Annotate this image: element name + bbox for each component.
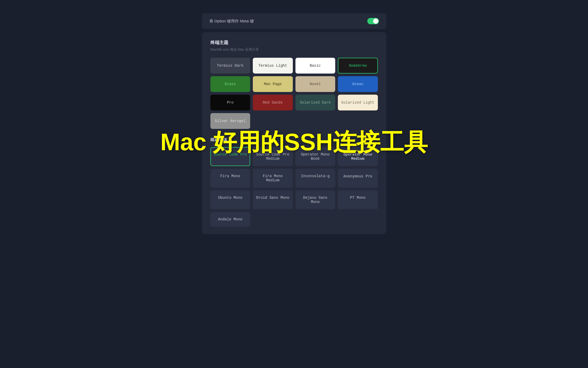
theme-section: 终端主题 MacWk.com 精品 Mac 应用分享 Termius DarkT… [210,40,378,129]
font-btn-operator-mono-book[interactable]: Operator Mono Book [295,147,335,166]
font-btn-droid-sans-mono[interactable]: Droid Sans Mono [253,190,293,209]
theme-btn-silver-aerogel[interactable]: Silver Aerogel [210,113,250,129]
font-btn-ubuntu-mono[interactable]: Ubuntu Mono [210,190,250,209]
font-section-title: 终端字体 [210,135,378,143]
font-btn-source-code-pro[interactable]: Source Code Pro [210,147,250,166]
theme-section-title: 终端主题 [210,40,378,46]
settings-panel: 终端主题 MacWk.com 精品 Mac 应用分享 Termius DarkT… [202,32,386,234]
theme-btn-ocean[interactable]: Ocean [338,76,378,92]
theme-btn-grass[interactable]: Grass [210,76,250,92]
font-btn-dejavu-sans-mono[interactable]: Dejavu Sans Mono [295,190,335,209]
font-btn-source-code-pro-medium[interactable]: Source Code ProMedium [253,147,293,166]
top-bar: 将 Option 键用作 Meta 键 [202,13,386,29]
font-section: 终端字体 Source Code ProSource Code ProMediu… [210,135,378,227]
option-meta-label: 将 Option 键用作 Meta 键 [209,19,254,24]
theme-btn-basic[interactable]: Basic [295,58,335,74]
font-grid: Source Code ProSource Code ProMediumOper… [210,147,378,227]
theme-btn-solarized-dark[interactable]: Solarized Dark [295,95,335,110]
font-btn-inconsolata-g[interactable]: Inconsolata-g [295,169,335,188]
font-btn-fira-mono-medium[interactable]: Fira Mono Medium [253,169,293,188]
theme-btn-solarized-light[interactable]: Solarized Light [338,95,378,110]
font-btn-fira-mono[interactable]: Fira Mono [210,169,250,188]
theme-btn-termius-dark[interactable]: Termius Dark [210,58,250,74]
theme-btn-pro[interactable]: Pro [210,95,250,110]
theme-btn-termius-light[interactable]: Termius Light [253,58,293,74]
font-btn-pt-mono[interactable]: PT Mono [338,190,378,209]
theme-btn-man-page[interactable]: Man Page [253,76,293,92]
option-meta-toggle[interactable] [367,18,379,24]
font-btn-operator-mono-medium[interactable]: Operator Mono Medium [338,147,378,166]
theme-btn-novel[interactable]: Novel [295,76,335,92]
theme-btn-red-sands[interactable]: Red Sands [253,95,293,110]
font-btn-anonymous-pro[interactable]: Anonymous Pro [338,169,378,188]
theme-section-subtitle: MacWk.com 精品 Mac 应用分享 [210,47,378,52]
theme-grid: Termius DarkTermius LightBasicHomebrewGr… [210,58,378,129]
bottom-fade [0,347,588,368]
theme-btn-homebrew[interactable]: Homebrew [338,58,378,74]
font-btn-andale-mono[interactable]: Andale Mono [210,212,250,227]
